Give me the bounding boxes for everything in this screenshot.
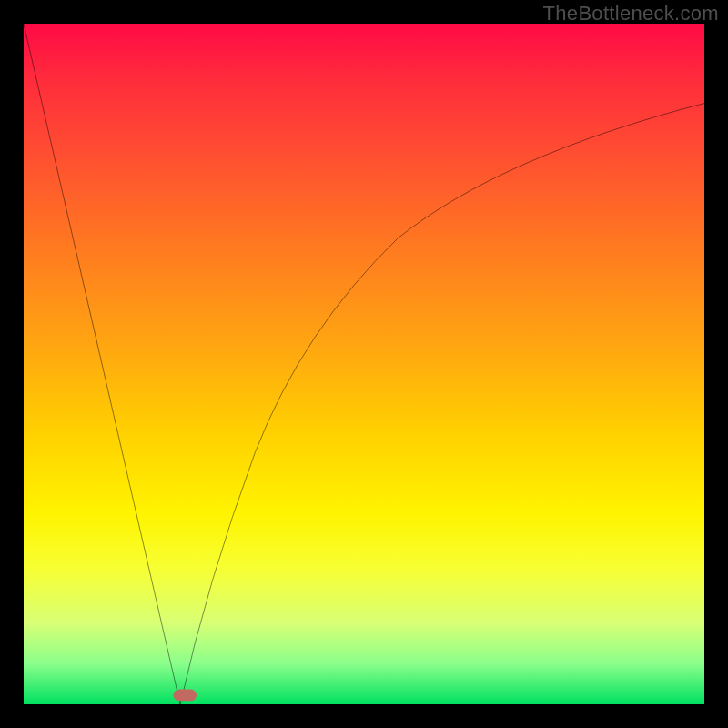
- chart-frame: TheBottleneck.com: [0, 0, 728, 728]
- curve-layer: [24, 24, 704, 704]
- plot-area: [24, 24, 704, 704]
- curve-left-branch: [24, 24, 180, 704]
- watermark-text: TheBottleneck.com: [543, 2, 719, 25]
- curve-right-branch: [180, 104, 704, 704]
- minimum-marker: [174, 690, 197, 702]
